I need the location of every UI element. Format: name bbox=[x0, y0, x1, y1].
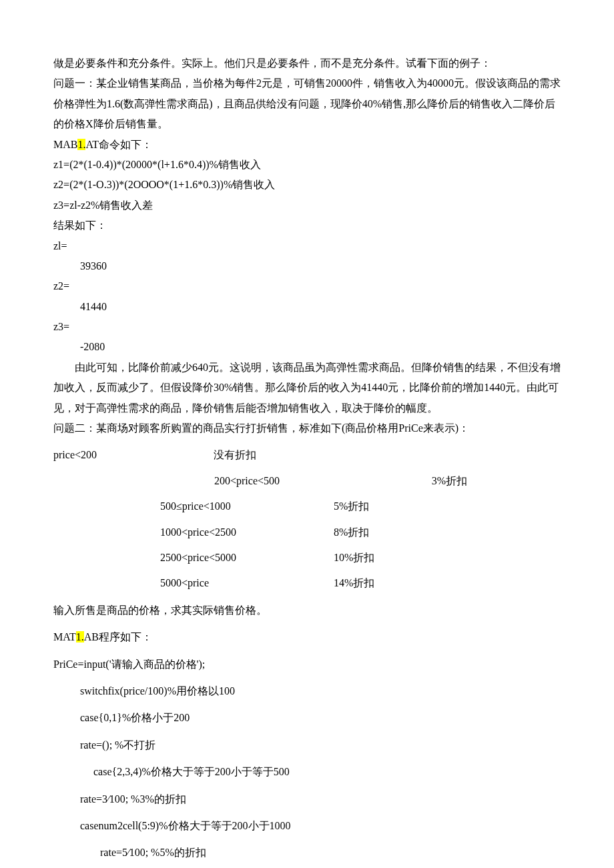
table-row: 1000<price<2500 8%折扣 bbox=[53, 522, 561, 542]
price-range: 200<price<500 bbox=[160, 471, 334, 491]
text: MAT bbox=[53, 631, 76, 642]
paragraph: 问题二：某商场对顾客所购置的商品实行打折销售，标准如下(商品价格用PriCe来表… bbox=[53, 418, 561, 438]
table-row: 2500<price<5000 10%折扣 bbox=[53, 548, 561, 568]
code-line: -2080 bbox=[53, 337, 561, 357]
paragraph: 输入所售是商品的价格，求其实际销售价格。 bbox=[53, 600, 561, 620]
price-range: 2500<price<5000 bbox=[160, 548, 334, 568]
highlight: 1. bbox=[76, 631, 84, 642]
discount-value: 3%折扣 bbox=[334, 471, 467, 491]
paragraph: MAT1.AB程序如下： bbox=[53, 627, 561, 647]
price-range: price<200 bbox=[53, 445, 214, 465]
discount-value: 8%折扣 bbox=[334, 522, 467, 542]
discount-value: 14%折扣 bbox=[334, 573, 467, 593]
spacer bbox=[53, 496, 160, 516]
code-line: PriCe=input('请输入商品的价格'); bbox=[53, 655, 561, 675]
code-line: switchfix(price/100)%用价格以100 bbox=[53, 681, 561, 701]
code-line: z2= bbox=[53, 276, 561, 296]
code-line: case{0,1}%价格小于200 bbox=[53, 708, 561, 728]
table-row: 5000<price 14%折扣 bbox=[53, 573, 561, 593]
code-line: 41440 bbox=[53, 297, 561, 317]
spacer bbox=[53, 548, 160, 568]
table-row: 200<price<500 3%折扣 bbox=[53, 471, 561, 491]
text: 结果如下： bbox=[53, 215, 561, 236]
discount-value: 5%折扣 bbox=[334, 496, 467, 516]
text: AB程序如下： bbox=[84, 631, 152, 642]
discount-value: 没有折扣 bbox=[214, 445, 256, 465]
code-line: z2=(2*(1-O.3))*(2OOOO*(1+1.6*0.3))%销售收入 bbox=[53, 175, 561, 195]
price-range: 5000<price bbox=[160, 573, 334, 593]
code-line: 39360 bbox=[53, 256, 561, 276]
table-row: price<200 没有折扣 bbox=[53, 445, 561, 465]
code-line: casenum2cell(5:9)%价格大于等于200小于1000 bbox=[53, 816, 561, 836]
paragraph: 问题一：某企业销售某商品，当价格为每件2元是，可销售20000件，销售收入为40… bbox=[53, 73, 561, 134]
code-line: zl= bbox=[53, 236, 561, 256]
code-line: rate=5⁄100; %5%的折扣 bbox=[53, 843, 561, 863]
paragraph: 由此可知，比降价前减少640元。这说明，该商品虽为高弹性需求商品。但降价销售的结… bbox=[53, 358, 561, 418]
text: AT命令如下： bbox=[85, 139, 152, 150]
code-line: case{2,3,4)%价格大于等于200小于等于500 bbox=[53, 762, 561, 782]
highlight: 1. bbox=[77, 139, 85, 150]
price-range: 500≤price<1000 bbox=[160, 496, 334, 516]
code-line: z3= bbox=[53, 317, 561, 337]
code-line: rate=3⁄100; %3%的折扣 bbox=[53, 789, 561, 809]
spacer bbox=[53, 573, 160, 593]
paragraph: MAB1.AT命令如下： bbox=[53, 135, 561, 155]
discount-table: price<200 没有折扣 200<price<500 3%折扣 500≤pr… bbox=[53, 445, 561, 593]
paragraph: 做是必要条件和充分条件。实际上。他们只是必要条件，而不是充分条件。试看下面的例子… bbox=[53, 53, 561, 73]
discount-value: 10%折扣 bbox=[334, 548, 467, 568]
text: MAB bbox=[53, 139, 77, 150]
code-line: z3=zl-z2%销售收入差 bbox=[53, 195, 561, 215]
spacer bbox=[53, 522, 160, 542]
table-row: 500≤price<1000 5%折扣 bbox=[53, 496, 561, 516]
spacer bbox=[53, 471, 160, 491]
code-line: rate=(); %不打折 bbox=[53, 735, 561, 755]
code-line: z1=(2*(1-0.4))*(20000*(l+1.6*0.4))%销售收入 bbox=[53, 155, 561, 175]
price-range: 1000<price<2500 bbox=[160, 522, 334, 542]
